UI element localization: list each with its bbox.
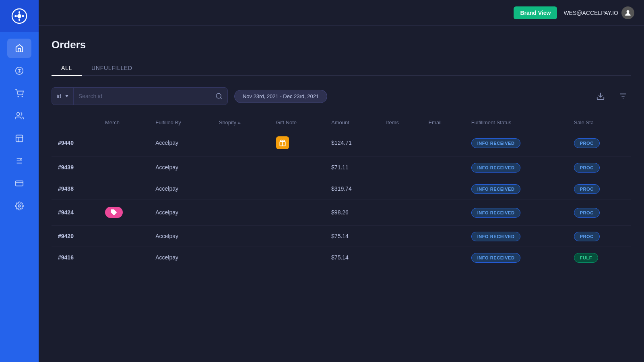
order-email — [422, 200, 464, 226]
order-merch — [99, 226, 149, 247]
order-fulfillment-status: INFO RECEIVED — [465, 247, 568, 268]
sidebar-item-card[interactable] — [7, 174, 31, 193]
order-fulfillment-status: INFO RECEIVED — [465, 200, 568, 226]
sale-status-badge: PROC — [574, 138, 600, 148]
order-sale-status: PROC — [568, 226, 631, 247]
search-button[interactable] — [211, 93, 227, 100]
order-fulfilled-by: Accelpay — [149, 200, 213, 226]
orders-table: Merch Fulfilled By Shopify # Gift Note A… — [52, 116, 631, 268]
brand-view-button[interactable]: Brand View — [514, 6, 557, 19]
download-button[interactable] — [592, 88, 609, 104]
order-shopify-num — [213, 200, 270, 226]
table-row[interactable]: #9424Accelpay$98.26INFO RECEIVEDPROC — [52, 200, 631, 226]
order-sale-status: PROC — [568, 129, 631, 157]
order-shopify-num — [213, 157, 270, 178]
fulfillment-status-badge: INFO RECEIVED — [471, 138, 521, 148]
order-amount: $75.14 — [325, 226, 380, 247]
fulfillment-status-badge: INFO RECEIVED — [471, 232, 521, 241]
col-header-id — [52, 116, 99, 129]
order-items — [380, 178, 422, 200]
col-header-amount: Amount — [325, 116, 380, 129]
svg-point-20 — [216, 93, 221, 98]
merch-tag-badge — [105, 207, 123, 218]
table-row[interactable]: #9416Accelpay$75.14INFO RECEIVEDFULF — [52, 247, 631, 268]
order-merch — [99, 157, 149, 178]
filter-button[interactable] — [615, 88, 631, 104]
order-gift-note — [270, 157, 325, 178]
col-header-merch: Merch — [99, 116, 149, 129]
col-header-gift-note: Gift Note — [270, 116, 325, 129]
col-header-email: Email — [422, 116, 464, 129]
order-id: #9424 — [52, 200, 99, 226]
order-items — [380, 157, 422, 178]
fulfillment-status-badge: INFO RECEIVED — [471, 253, 521, 263]
date-range-picker[interactable]: Nov 23rd, 2021 - Dec 23rd, 2021 — [234, 90, 327, 103]
order-merch — [99, 247, 149, 268]
order-email — [422, 129, 464, 157]
svg-point-9 — [22, 96, 23, 97]
tab-unfulfilled[interactable]: UNFULFILLED — [82, 61, 142, 76]
table-row[interactable]: #9420Accelpay$75.14INFO RECEIVEDPROC — [52, 226, 631, 247]
sale-status-badge: PROC — [574, 184, 600, 194]
order-shopify-num — [213, 129, 270, 157]
sidebar-logo[interactable] — [0, 0, 39, 32]
sidebar-item-settings[interactable] — [7, 196, 31, 216]
sidebar-item-home[interactable] — [7, 39, 31, 58]
svg-rect-16 — [16, 181, 23, 186]
order-fulfillment-status: INFO RECEIVED — [465, 178, 568, 200]
order-email — [422, 247, 464, 268]
order-items — [380, 200, 422, 226]
col-header-shopify: Shopify # — [213, 116, 270, 129]
order-id: #9420 — [52, 226, 99, 247]
svg-point-1 — [17, 14, 21, 18]
search-input[interactable] — [74, 93, 211, 99]
order-fulfilled-by: Accelpay — [149, 178, 213, 200]
order-id: #9416 — [52, 247, 99, 268]
chevron-down-icon — [65, 95, 68, 97]
order-gift-note — [270, 129, 325, 157]
order-merch — [99, 129, 149, 157]
svg-point-18 — [18, 205, 21, 207]
main-content: Brand View WES@ACCELPAY.IO Orders ALL UN… — [39, 0, 644, 362]
order-items — [380, 247, 422, 268]
svg-rect-3 — [19, 19, 20, 21]
sidebar — [0, 0, 39, 362]
svg-rect-11 — [16, 135, 23, 142]
user-avatar-icon[interactable] — [621, 6, 634, 19]
user-email: WES@ACCELPAY.IO — [564, 10, 618, 16]
sale-status-badge: FULF — [574, 253, 598, 263]
fulfillment-status-badge: INFO RECEIVED — [471, 208, 521, 218]
search-container: id — [52, 87, 228, 105]
order-fulfillment-status: INFO RECEIVED — [465, 226, 568, 247]
user-info: WES@ACCELPAY.IO — [564, 6, 634, 19]
sale-status-badge: PROC — [574, 208, 600, 218]
sidebar-item-chart[interactable] — [7, 129, 31, 148]
order-fulfillment-status: INFO RECEIVED — [465, 157, 568, 178]
fulfillment-status-badge: INFO RECEIVED — [471, 163, 521, 173]
svg-rect-4 — [22, 15, 24, 17]
table-row[interactable]: #9440Accelpay$124.71INFO RECEIVEDPROC — [52, 129, 631, 157]
order-id: #9439 — [52, 157, 99, 178]
col-header-sale-status: Sale Sta — [568, 116, 631, 129]
page-content: Orders ALL UNFULFILLED id Nov 23rd, 2021… — [39, 26, 644, 362]
order-items — [380, 129, 422, 157]
fulfillment-status-badge: INFO RECEIVED — [471, 184, 521, 194]
search-prefix-dropdown[interactable]: id — [52, 88, 74, 105]
table-row[interactable]: #9439Accelpay$71.11INFO RECEIVEDPROC — [52, 157, 631, 178]
sidebar-item-tools[interactable] — [7, 151, 31, 171]
order-merch — [99, 178, 149, 200]
order-gift-note — [270, 226, 325, 247]
col-header-fulfilled-by: Fulfilled By — [149, 116, 213, 129]
table-row[interactable]: #9438Accelpay$319.74INFO RECEIVEDPROC — [52, 178, 631, 200]
svg-point-19 — [627, 10, 630, 13]
order-sale-status: PROC — [568, 157, 631, 178]
order-amount: $124.71 — [325, 129, 380, 157]
tab-all[interactable]: ALL — [52, 61, 82, 76]
svg-line-21 — [220, 97, 221, 99]
sidebar-item-cart[interactable] — [7, 84, 31, 103]
order-shopify-num — [213, 247, 270, 268]
sidebar-item-dollar[interactable] — [7, 61, 31, 80]
sidebar-item-users[interactable] — [7, 106, 31, 125]
sale-status-badge: PROC — [574, 163, 600, 173]
search-prefix-label: id — [57, 93, 61, 99]
